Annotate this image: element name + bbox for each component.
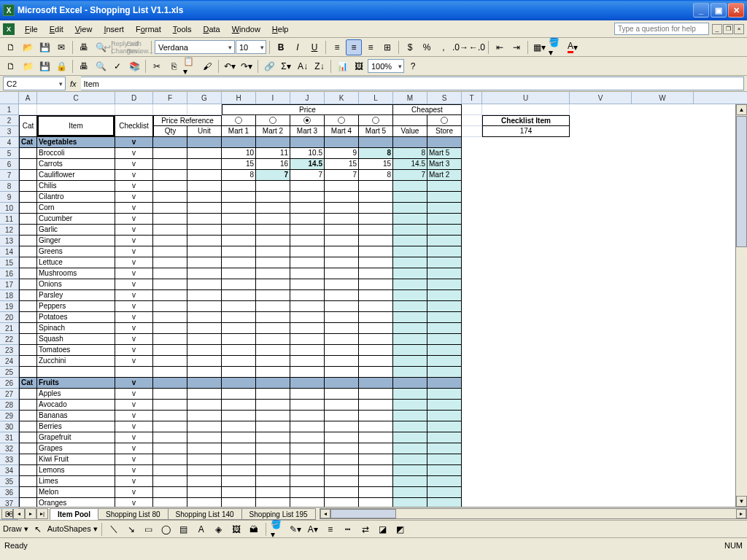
cat-label[interactable]: Cat bbox=[19, 137, 37, 148]
item-name[interactable]: Corn bbox=[37, 203, 115, 214]
cheapest-value[interactable] bbox=[393, 203, 427, 214]
item-chk[interactable]: v bbox=[115, 345, 153, 356]
item-chk[interactable]: v bbox=[115, 181, 153, 192]
col-header-U[interactable]: U bbox=[482, 92, 570, 104]
price-cell[interactable] bbox=[222, 268, 256, 279]
cell[interactable] bbox=[187, 411, 222, 421]
scroll-left-button[interactable]: ◂ bbox=[320, 509, 330, 518]
select-all-corner[interactable] bbox=[0, 92, 18, 104]
item-name[interactable]: Parsley bbox=[37, 290, 115, 301]
price-cell[interactable] bbox=[359, 356, 393, 367]
header-store[interactable]: Store bbox=[427, 126, 462, 137]
header-qty[interactable]: Qty bbox=[153, 126, 187, 137]
price-cell[interactable] bbox=[325, 312, 359, 323]
cell[interactable] bbox=[187, 345, 222, 356]
price-cell[interactable] bbox=[222, 192, 256, 203]
shadow-button[interactable]: ◪ bbox=[375, 521, 391, 537]
cell[interactable] bbox=[153, 487, 187, 498]
cat-label[interactable]: Cat bbox=[19, 378, 37, 389]
align-center-button[interactable]: ≡ bbox=[346, 39, 362, 55]
cell[interactable] bbox=[187, 389, 222, 400]
price-cell[interactable] bbox=[325, 192, 359, 203]
row-header-23[interactable]: 23 bbox=[0, 345, 18, 356]
cell[interactable] bbox=[19, 214, 37, 225]
sort-desc-button[interactable]: Z↓ bbox=[311, 58, 328, 74]
cell[interactable] bbox=[19, 236, 37, 246]
row-header-5[interactable]: 5 bbox=[0, 148, 18, 159]
sort-asc-button[interactable]: A↓ bbox=[295, 58, 311, 74]
doc-minimize-button[interactable]: _ bbox=[712, 24, 722, 34]
cheapest-value[interactable] bbox=[393, 312, 427, 323]
price-cell[interactable]: 7 bbox=[256, 170, 290, 181]
price-cell[interactable] bbox=[290, 279, 325, 290]
help-search-input[interactable] bbox=[614, 23, 709, 35]
price-cell[interactable] bbox=[325, 454, 359, 465]
cell[interactable] bbox=[187, 246, 222, 257]
wordart-button[interactable]: A bbox=[193, 521, 209, 537]
item-chk[interactable]: v bbox=[115, 498, 153, 507]
price-cell[interactable]: 15 bbox=[222, 159, 256, 170]
cell[interactable] bbox=[187, 236, 222, 246]
name-box[interactable]: C2 bbox=[3, 77, 66, 90]
price-cell[interactable] bbox=[359, 225, 393, 236]
price-cell[interactable] bbox=[256, 203, 290, 214]
cheapest-value[interactable] bbox=[393, 487, 427, 498]
cell[interactable] bbox=[187, 334, 222, 345]
cell[interactable] bbox=[325, 137, 359, 148]
col-header-K[interactable]: K bbox=[325, 92, 359, 104]
col-header-D[interactable]: D bbox=[115, 92, 153, 104]
header-cheapest[interactable]: Cheapest bbox=[393, 104, 462, 115]
cell[interactable] bbox=[19, 301, 37, 312]
cell[interactable] bbox=[153, 465, 187, 476]
item-name[interactable] bbox=[37, 367, 115, 378]
cell[interactable] bbox=[187, 203, 222, 214]
price-cell[interactable] bbox=[325, 268, 359, 279]
menu-format[interactable]: Format bbox=[130, 23, 167, 35]
cheapest-store[interactable] bbox=[427, 323, 462, 334]
cheapest-store[interactable] bbox=[427, 301, 462, 312]
tab-next-button[interactable]: ▸ bbox=[25, 508, 36, 519]
radio-mart-4[interactable] bbox=[325, 115, 359, 126]
cell[interactable] bbox=[19, 367, 37, 378]
cheapest-store[interactable] bbox=[427, 225, 462, 236]
cell[interactable] bbox=[187, 421, 222, 432]
comma-button[interactable]: , bbox=[436, 39, 452, 55]
cheapest-value[interactable] bbox=[393, 356, 427, 367]
radio-icon[interactable] bbox=[303, 117, 311, 124]
cell[interactable] bbox=[153, 312, 187, 323]
cheapest-value[interactable] bbox=[393, 498, 427, 507]
price-cell[interactable] bbox=[359, 312, 393, 323]
item-chk[interactable] bbox=[115, 367, 153, 378]
cell[interactable] bbox=[153, 148, 187, 159]
item-chk[interactable]: v bbox=[115, 268, 153, 279]
price-cell[interactable] bbox=[222, 389, 256, 400]
bold-button[interactable]: B bbox=[273, 39, 289, 55]
item-name[interactable]: Lemons bbox=[37, 465, 115, 476]
cell[interactable] bbox=[19, 192, 37, 203]
price-cell[interactable] bbox=[359, 487, 393, 498]
cell[interactable] bbox=[153, 400, 187, 411]
item-name[interactable]: Onions bbox=[37, 279, 115, 290]
item-chk[interactable]: v bbox=[115, 465, 153, 476]
formula-input[interactable]: Item bbox=[81, 77, 744, 90]
price-cell[interactable] bbox=[325, 487, 359, 498]
cheapest-store[interactable]: Mart 3 bbox=[427, 159, 462, 170]
price-cell[interactable] bbox=[359, 181, 393, 192]
cat-chk[interactable]: v bbox=[115, 137, 153, 148]
price-cell[interactable] bbox=[359, 192, 393, 203]
underline-button[interactable]: U bbox=[306, 39, 322, 55]
format-painter-button[interactable]: 🖌 bbox=[199, 58, 215, 74]
price-cell[interactable] bbox=[256, 312, 290, 323]
price-cell[interactable] bbox=[222, 421, 256, 432]
cell[interactable] bbox=[187, 279, 222, 290]
price-cell[interactable] bbox=[222, 290, 256, 301]
cell[interactable] bbox=[187, 443, 222, 454]
price-cell[interactable] bbox=[290, 334, 325, 345]
font-size-selector[interactable]: 10 bbox=[236, 40, 266, 54]
col-header-W[interactable]: W bbox=[632, 92, 694, 104]
price-cell[interactable] bbox=[325, 476, 359, 487]
cheapest-value[interactable]: 8 bbox=[393, 148, 427, 159]
item-name[interactable]: Squash bbox=[37, 334, 115, 345]
price-cell[interactable] bbox=[222, 465, 256, 476]
item-name[interactable]: Peppers bbox=[37, 301, 115, 312]
